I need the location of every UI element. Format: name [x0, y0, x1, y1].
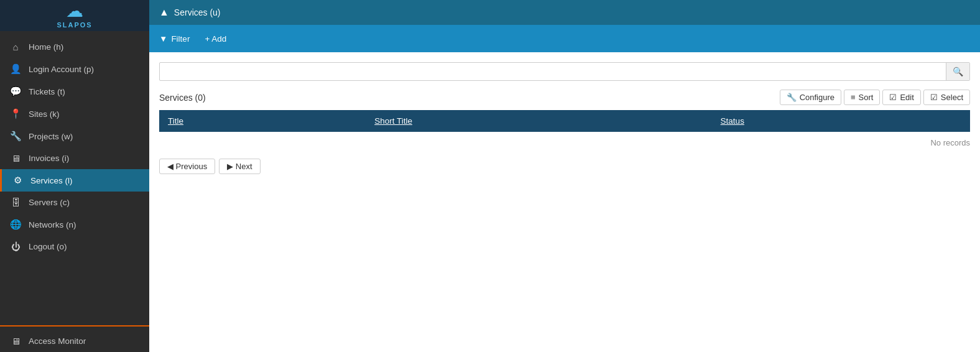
table-count: Services (0) [159, 93, 206, 103]
content: 🔍 Services (0) 🔧 Configure ≡ Sort ☑ Edit [149, 52, 980, 352]
logo-text: SLAPOS [57, 21, 92, 29]
search-bar: 🔍 [159, 62, 970, 81]
configure-label: Configure [800, 93, 834, 102]
col-sort-title[interactable]: Title [168, 116, 183, 126]
configure-icon: 🔧 [787, 93, 797, 102]
services-icon: ⚙ [12, 175, 23, 186]
tickets-icon: 💬 [10, 86, 21, 97]
sidebar-item-sites[interactable]: 📍Sites (k) [0, 103, 149, 125]
topbar: ▲ Services (u) [149, 0, 980, 25]
col-header-short-title[interactable]: Short Title [366, 110, 711, 132]
add-label: + Add [205, 34, 226, 44]
home-icon: ⌂ [10, 42, 21, 52]
edit-label: Edit [900, 93, 913, 102]
select-icon: ☑ [930, 93, 938, 102]
sidebar-item-logout[interactable]: ⏻Logout (o) [0, 236, 149, 257]
sidebar-label-servers: Servers (c) [29, 198, 70, 207]
networks-icon: 🌐 [10, 219, 21, 230]
sidebar-item-home[interactable]: ⌂Home (h) [0, 36, 149, 58]
sidebar-item-networks[interactable]: 🌐Networks (n) [0, 213, 149, 236]
sidebar-item-invoices[interactable]: 🖥Invoices (i) [0, 147, 149, 169]
login-account-icon: 👤 [10, 63, 21, 75]
table-actions: 🔧 Configure ≡ Sort ☑ Edit ☑ Select [780, 90, 970, 105]
edit-icon: ☑ [889, 93, 897, 102]
logo: ☁ SLAPOS [0, 0, 149, 31]
select-label: Select [941, 93, 963, 102]
sort-button[interactable]: ≡ Sort [844, 90, 880, 105]
sidebar: ☁ SLAPOS ⌂Home (h)👤Login Account (p)💬Tic… [0, 0, 149, 352]
search-input[interactable] [160, 63, 946, 80]
filter-label: Filter [171, 34, 190, 44]
sidebar-label-sites: Sites (k) [29, 109, 60, 119]
sidebar-label-services: Services (l) [30, 176, 73, 185]
sidebar-label-projects: Projects (w) [29, 132, 73, 141]
logout-icon: ⏻ [10, 241, 21, 252]
sidebar-label-invoices: Invoices (i) [29, 154, 69, 163]
pagination: ◀ Previous ▶ Next [159, 159, 970, 174]
no-records-text: No records [159, 132, 970, 154]
sidebar-label-networks: Networks (n) [29, 220, 76, 229]
edit-button[interactable]: ☑ Edit [882, 90, 920, 105]
filter-icon: ▼ [159, 34, 167, 44]
previous-button[interactable]: ◀ Previous [159, 159, 215, 174]
sidebar-label-tickets: Tickets (t) [29, 87, 65, 96]
sidebar-item-tickets[interactable]: 💬Tickets (t) [0, 80, 149, 103]
col-sort-status[interactable]: Status [721, 116, 744, 126]
sort-icon: ≡ [851, 93, 856, 102]
add-button[interactable]: + Add [205, 34, 226, 44]
sidebar-item-services[interactable]: ⚙Services (l) [0, 169, 149, 192]
configure-button[interactable]: 🔧 Configure [780, 90, 841, 105]
col-header-status[interactable]: Status [712, 110, 970, 132]
logo-icon: ☁ [66, 2, 83, 20]
next-button[interactable]: ▶ Next [219, 159, 260, 174]
sidebar-bottom: 🖥Access Monitor [0, 330, 149, 352]
sidebar-label-access-monitor: Access Monitor [29, 336, 86, 346]
sort-label: Sort [859, 93, 874, 102]
access-monitor-icon: 🖥 [10, 336, 21, 346]
col-sort-short-title[interactable]: Short Title [374, 116, 412, 126]
topbar-title: Services (u) [174, 7, 221, 17]
servers-icon: 🗄 [10, 197, 21, 208]
col-header-title[interactable]: Title [159, 110, 366, 132]
sidebar-label-logout: Logout (o) [29, 242, 67, 251]
projects-icon: 🔧 [10, 131, 21, 142]
table-header: TitleShort TitleStatus [159, 110, 970, 132]
sidebar-label-login-account: Login Account (p) [29, 65, 94, 74]
actionbar: ▼ Filter + Add [149, 25, 980, 52]
sidebar-label-home: Home (h) [29, 42, 63, 52]
sidebar-item-servers[interactable]: 🗄Servers (c) [0, 192, 149, 213]
select-button[interactable]: ☑ Select [923, 90, 970, 105]
sidebar-item-access-monitor[interactable]: 🖥Access Monitor [0, 330, 149, 352]
main: ▲ Services (u) ▼ Filter + Add 🔍 Services… [149, 0, 980, 352]
topbar-icon: ▲ [159, 7, 169, 18]
data-table: TitleShort TitleStatus [159, 110, 970, 132]
sidebar-divider [0, 325, 149, 327]
sites-icon: 📍 [10, 108, 21, 119]
table-header-row: Services (0) 🔧 Configure ≡ Sort ☑ Edit ☑… [159, 90, 970, 105]
search-button[interactable]: 🔍 [946, 63, 969, 80]
sidebar-item-login-account[interactable]: 👤Login Account (p) [0, 58, 149, 80]
invoices-icon: 🖥 [10, 153, 21, 164]
sidebar-nav: ⌂Home (h)👤Login Account (p)💬Tickets (t)📍… [0, 31, 149, 323]
sidebar-item-projects[interactable]: 🔧Projects (w) [0, 125, 149, 147]
filter-button[interactable]: ▼ Filter [159, 34, 190, 44]
